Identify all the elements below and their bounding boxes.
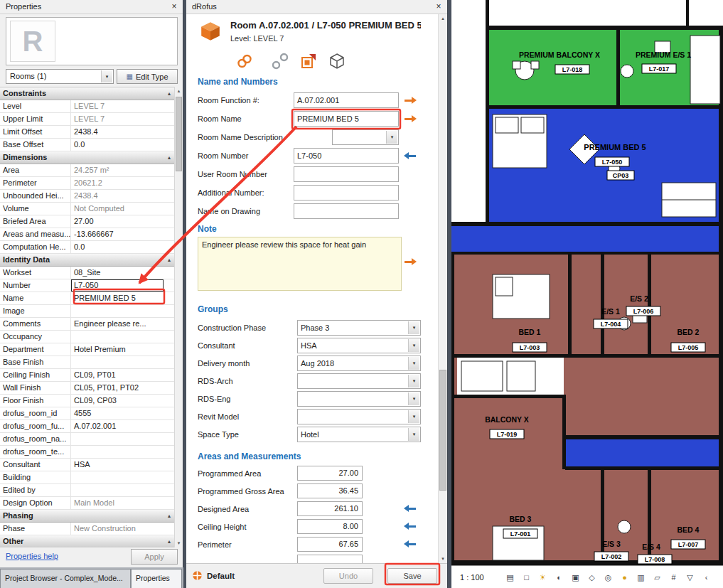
crop-view-icon[interactable]: ▣ <box>569 567 582 588</box>
section-chevron-icon[interactable]: ▴ <box>164 87 175 100</box>
property-value[interactable] <box>71 446 164 458</box>
chevron-down-icon[interactable]: ▾ <box>408 410 419 423</box>
scale-control[interactable]: 1 : 100 <box>460 573 497 582</box>
group-select[interactable]: ▾ <box>297 409 421 424</box>
note-textarea[interactable]: Engineer please review this space for he… <box>198 237 402 291</box>
room-function-input[interactable]: A.07.02.001 <box>294 92 399 108</box>
section-chevron-icon[interactable] <box>164 497 175 509</box>
section-chevron-icon[interactable]: ▴ <box>164 254 175 266</box>
drofus-scrollbar[interactable]: ▴ ▾ <box>438 14 447 563</box>
property-value[interactable] <box>71 471 164 483</box>
model-cube-icon[interactable] <box>328 53 346 71</box>
room-tag-premium-bed5[interactable]: L7-050 <box>595 157 629 166</box>
section-chevron-icon[interactable] <box>164 292 175 304</box>
chevron-down-icon[interactable]: ▾ <box>408 375 419 387</box>
group-select[interactable]: Aug 2018 ▾ <box>297 356 421 371</box>
property-value[interactable]: Not Computed <box>71 203 164 215</box>
property-value[interactable]: 20621.2 <box>71 177 164 189</box>
close-icon[interactable]: × <box>168 1 181 13</box>
scrollbar-thumb[interactable] <box>439 370 446 491</box>
section-chevron-icon[interactable] <box>164 446 175 458</box>
chevron-left-icon[interactable]: ‹ <box>700 567 712 588</box>
temporary-view-properties-icon[interactable]: ▥ <box>635 567 647 588</box>
properties-scrollbar[interactable]: ▴ ▾ <box>174 87 183 547</box>
section-chevron-icon[interactable] <box>164 471 175 483</box>
section-chevron-icon[interactable] <box>164 459 175 471</box>
area-input[interactable]: 261.10 <box>297 501 363 516</box>
property-value[interactable]: New Construction <box>71 523 164 535</box>
default-profile-label[interactable]: Default <box>207 572 235 580</box>
property-value[interactable]: CL05, PT01, PT02 <box>71 382 164 394</box>
property-value[interactable]: 2438.4 <box>71 126 164 138</box>
scroll-up-icon[interactable]: ▴ <box>175 87 183 95</box>
section-chevron-icon[interactable] <box>164 331 175 343</box>
section-chevron-icon[interactable] <box>164 407 175 419</box>
section-chevron-icon[interactable] <box>164 395 175 407</box>
group-select[interactable]: HSA ▾ <box>297 338 421 353</box>
section-chevron-icon[interactable] <box>164 279 175 292</box>
sun-path-icon[interactable]: ☀ <box>537 567 549 588</box>
property-value[interactable]: -13.666667 <box>71 228 164 240</box>
room-tag-premium-es[interactable]: L7-017 <box>642 64 676 73</box>
undo-button[interactable]: Undo <box>323 568 373 584</box>
area-input[interactable]: 36.45 <box>297 483 363 498</box>
scrollbar-thumb[interactable] <box>176 97 182 171</box>
group-select[interactable]: Hotel ▾ <box>297 427 421 442</box>
chevron-down-icon[interactable]: ▾ <box>408 321 419 334</box>
property-value[interactable]: Engineer please re... <box>71 318 164 330</box>
section-chevron-icon[interactable] <box>164 484 175 496</box>
section-chevron-icon[interactable] <box>164 139 175 151</box>
property-value[interactable]: HSA <box>71 459 164 471</box>
area-input[interactable]: 8.00 <box>297 519 363 534</box>
apply-button[interactable]: Apply <box>131 549 178 565</box>
property-value[interactable]: 2438.4 <box>71 190 164 202</box>
property-value[interactable] <box>71 331 164 343</box>
reveal-constraints-icon[interactable]: # <box>668 567 680 588</box>
group-select[interactable]: Phase 3 ▾ <box>297 320 421 336</box>
scroll-down-icon[interactable]: ▾ <box>439 555 447 563</box>
group-select[interactable]: ▾ <box>297 373 421 389</box>
area-input[interactable]: 27.00 <box>297 466 363 481</box>
property-value[interactable]: L7-050 <box>71 279 164 292</box>
area-input[interactable]: 67.65 <box>297 537 363 552</box>
room-tag-cp03[interactable]: CP03 <box>607 171 634 180</box>
chevron-down-icon[interactable]: ▾ <box>408 339 419 352</box>
corridor-region-blue-2[interactable] <box>565 439 723 466</box>
section-chevron-icon[interactable] <box>164 343 175 356</box>
property-value[interactable]: 0.0 <box>71 139 164 151</box>
close-icon[interactable]: × <box>432 1 445 13</box>
property-value[interactable]: CL09, PT01 <box>71 369 164 381</box>
room-tag-es3[interactable]: L7-002 <box>594 552 628 561</box>
room-name-input[interactable]: PREMIUM BED 5 <box>294 111 399 127</box>
room-tag-bed2[interactable]: L7-005 <box>671 343 705 352</box>
name-on-drawing-input[interactable] <box>294 203 399 219</box>
chevron-down-icon[interactable]: ▾ <box>408 428 419 441</box>
update-from-model-icon[interactable] <box>300 53 317 71</box>
property-value[interactable]: 08_Site <box>71 267 164 279</box>
section-chevron-icon[interactable] <box>164 177 175 189</box>
scroll-up-icon[interactable]: ▴ <box>439 14 447 23</box>
reveal-hidden-elements-icon[interactable]: ● <box>618 567 631 588</box>
room-number-input[interactable]: L7-050 <box>294 148 399 164</box>
section-chevron-icon[interactable] <box>164 382 175 394</box>
section-chevron-icon[interactable] <box>164 203 175 215</box>
room-tag-es1[interactable]: L7-004 <box>594 319 628 328</box>
property-value[interactable] <box>71 433 164 445</box>
section-chevron-icon[interactable] <box>164 267 175 279</box>
property-value[interactable]: PREMIUM BED 5 <box>71 292 164 304</box>
corridor-region-blue[interactable] <box>451 226 723 252</box>
room-tag-es2[interactable]: L7-006 <box>626 306 660 316</box>
properties-help-link[interactable]: Properties help <box>6 552 58 560</box>
section-chevron-icon[interactable]: ▴ <box>164 510 175 522</box>
section-chevron-icon[interactable] <box>164 113 175 125</box>
section-chevron-icon[interactable] <box>164 433 175 445</box>
unlink-icon[interactable] <box>272 53 289 71</box>
chevron-down-icon[interactable]: ▾ <box>101 70 112 82</box>
property-value[interactable]: Main Model <box>71 497 164 509</box>
type-selector-dropdown[interactable]: Rooms (1) ▾ <box>6 69 114 84</box>
section-chevron-icon[interactable] <box>164 164 175 176</box>
property-value[interactable] <box>71 484 164 496</box>
section-chevron-icon[interactable] <box>164 228 175 240</box>
section-chevron-icon[interactable] <box>164 241 175 253</box>
detail-level-icon[interactable]: ▤ <box>504 567 516 588</box>
